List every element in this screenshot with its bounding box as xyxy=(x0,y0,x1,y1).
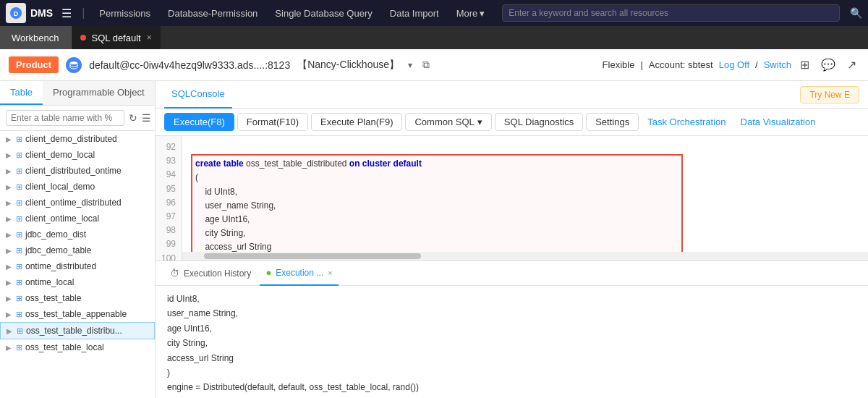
divider: | xyxy=(82,7,85,20)
product-bar: Product default@cc-0iw4v4hezq9lw9333.ads… xyxy=(0,49,868,81)
product-badge[interactable]: Product xyxy=(9,56,59,73)
expand-icon: ▶ xyxy=(6,295,13,302)
result-line: ) xyxy=(167,365,856,380)
list-item[interactable]: ▶ ⊞ oss_test_table_local xyxy=(0,339,155,355)
scrollbar-thumb[interactable] xyxy=(204,253,421,259)
left-sidebar: Table Programmable Object ↻ ☰ ▶ ⊞ client… xyxy=(0,81,156,398)
task-orchestration-link[interactable]: Task Orchestration xyxy=(642,114,731,130)
nav-permissions[interactable]: Permissions xyxy=(92,5,158,22)
search-icon[interactable]: 🔍 xyxy=(850,7,862,19)
table-icon: ⊞ xyxy=(16,151,22,160)
list-item[interactable]: ▶ ⊞ ontime_distributed xyxy=(0,258,155,274)
try-new-button[interactable]: Try New E xyxy=(800,86,859,103)
expand-icon: ▶ xyxy=(6,310,13,318)
result-line: access_url String xyxy=(167,351,856,365)
table-search-input[interactable] xyxy=(6,110,124,126)
result-line: age UInt16, xyxy=(167,321,856,336)
search-box: Enter a keyword and search all resources xyxy=(502,4,840,22)
svg-point-2 xyxy=(70,62,77,64)
expand-icon: ▶ xyxy=(6,247,13,255)
expand-icon: ▶ xyxy=(6,151,13,159)
close-tab-icon[interactable]: × xyxy=(147,33,152,43)
search-placeholder: Enter a keyword and search all resources xyxy=(509,8,668,18)
right-content: SQLConsole Try New E Execute(F8) Format(… xyxy=(156,81,868,398)
bottom-content: id UInt8, user_name String, age UInt16, … xyxy=(156,286,868,398)
nav-more[interactable]: More ▾ xyxy=(449,5,493,22)
sidebar-tabs: Table Programmable Object xyxy=(0,81,155,106)
list-item[interactable]: ▶ ⊞ client_ontime_distributed xyxy=(0,195,155,211)
list-item[interactable]: ▶ ⊞ ontime_local xyxy=(0,274,155,290)
table-icon: ⊞ xyxy=(16,214,22,224)
instance-chevron-icon[interactable]: ▾ xyxy=(408,60,412,70)
main-layout: Table Programmable Object ↻ ☰ ▶ ⊞ client… xyxy=(0,81,868,398)
editor-area: 92 93 94 95 96 97 98 99 100 101 102 103 xyxy=(156,136,868,261)
list-item[interactable]: ▶ ⊞ client_ontime_local xyxy=(0,211,155,226)
chat-icon[interactable]: 💬 xyxy=(818,56,838,73)
format-button[interactable]: Format(F10) xyxy=(237,113,308,131)
unsaved-indicator xyxy=(80,35,86,41)
list-item-selected[interactable]: ▶ ⊞ oss_test_table_distribu... xyxy=(0,322,155,339)
top-nav: D DMS ☰ | Permissions Database-Permissio… xyxy=(0,0,868,26)
expand-icon: ▶ xyxy=(6,135,13,143)
switch-link[interactable]: Switch xyxy=(764,59,791,70)
table-icon: ⊞ xyxy=(17,326,23,336)
expand-icon: ▶ xyxy=(6,167,13,175)
table-icon: ⊞ xyxy=(16,262,22,271)
log-off-link[interactable]: Log Off xyxy=(719,59,749,70)
list-item[interactable]: ▶ ⊞ client_local_demo xyxy=(0,179,155,195)
nav-db-permission[interactable]: Database-Permission xyxy=(161,5,265,22)
table-icon: ⊞ xyxy=(16,278,22,287)
line-numbers: 92 93 94 95 96 97 98 99 100 101 102 103 xyxy=(156,136,182,261)
result-line: user_name String, xyxy=(167,306,856,321)
execute-plan-button[interactable]: Execute Plan(F9) xyxy=(311,113,402,131)
logo-text: DMS xyxy=(30,7,53,19)
list-item[interactable]: ▶ ⊞ oss_test_table_appenable xyxy=(0,306,155,322)
table-icon: ⊞ xyxy=(16,166,22,176)
expand-icon: ▶ xyxy=(6,215,13,223)
sidebar-search: ↻ ☰ xyxy=(0,106,155,131)
table-icon: ⊞ xyxy=(16,310,22,319)
expand-icon: ▶ xyxy=(6,231,13,239)
list-item[interactable]: ▶ ⊞ jdbc_demo_table xyxy=(0,242,155,258)
account-label: Account: sbtest xyxy=(649,59,713,70)
table-icon: ⊞ xyxy=(16,135,22,144)
workbench-tab[interactable]: Workbench xyxy=(0,26,72,49)
nav-data-import[interactable]: Data Import xyxy=(383,5,446,22)
bottom-tabs: ⏱ Execution History ● Execution ... × xyxy=(156,261,868,286)
tab-programmable[interactable]: Programmable Object xyxy=(43,81,154,105)
list-item[interactable]: ▶ ⊞ client_demo_distributed xyxy=(0,131,155,147)
hamburger-icon[interactable]: ☰ xyxy=(61,7,72,20)
settings-button[interactable]: Settings xyxy=(586,113,639,131)
menu-icon[interactable]: ☰ xyxy=(142,112,151,124)
execution-result-tab[interactable]: ● Execution ... × xyxy=(260,261,338,286)
expand-icon: ▶ xyxy=(6,183,13,191)
execute-button[interactable]: Execute(F8) xyxy=(164,113,234,131)
common-sql-button[interactable]: Common SQL ▾ xyxy=(405,113,491,131)
code-editor[interactable]: create table oss_test_table_distributed … xyxy=(182,136,868,261)
chevron-down-icon: ▾ xyxy=(477,117,482,127)
copy-icon[interactable]: ⧉ xyxy=(422,59,430,71)
sql-console-tab[interactable]: SQLConsole xyxy=(164,81,232,109)
grid-icon[interactable]: ⊞ xyxy=(797,56,812,73)
toolbar: Execute(F8) Format(F10) Execute Plan(F9)… xyxy=(156,109,868,136)
expand-icon: ▶ xyxy=(6,344,13,352)
bottom-panel: ⏱ Execution History ● Execution ... × id… xyxy=(156,261,868,398)
data-visualization-link[interactable]: Data Visualization xyxy=(735,114,822,130)
list-item[interactable]: ▶ ⊞ oss_test_table xyxy=(0,290,155,306)
list-item[interactable]: ▶ ⊞ client_demo_local xyxy=(0,147,155,163)
close-tab-x-icon[interactable]: × xyxy=(328,268,332,277)
refresh-icon[interactable]: ↻ xyxy=(129,112,137,124)
table-list: ▶ ⊞ client_demo_distributed ▶ ⊞ client_d… xyxy=(0,131,155,398)
nav-single-db-query[interactable]: Single Database Query xyxy=(268,5,379,22)
execution-history-tab[interactable]: ⏱ Execution History xyxy=(164,261,257,286)
list-item[interactable]: ▶ ⊞ jdbc_demo_dist xyxy=(0,226,155,242)
list-item[interactable]: ▶ ⊞ client_distributed_ontime xyxy=(0,163,155,179)
horizontal-scrollbar[interactable] xyxy=(182,252,868,261)
logo-icon: D xyxy=(6,3,26,23)
external-link-icon[interactable]: ↗ xyxy=(844,56,859,73)
tab-table[interactable]: Table xyxy=(0,81,43,105)
expand-icon: ▶ xyxy=(6,263,13,271)
sql-diagnostics-button[interactable]: SQL Diagnostics xyxy=(495,113,583,131)
table-icon: ⊞ xyxy=(16,294,22,303)
sql-default-tab[interactable]: SQL default × xyxy=(72,26,161,49)
